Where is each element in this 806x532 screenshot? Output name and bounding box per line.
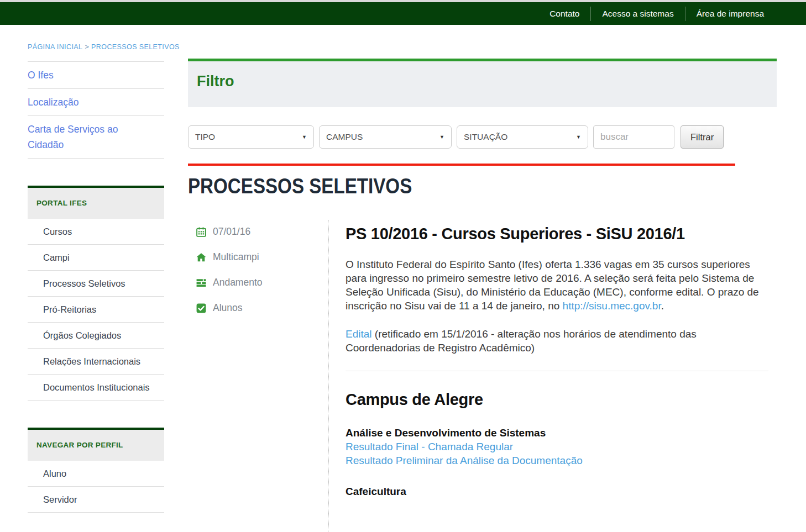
sidebar-item-pro-reitorias[interactable]: Pró-Reitorias [28, 297, 164, 323]
campus-select[interactable]: CAMPUS ▼ [319, 125, 452, 149]
sidebar-item-aluno[interactable]: Aluno [28, 461, 164, 487]
course-group: Análise e Desenvolvimento de Sistemas Re… [346, 426, 759, 467]
topbar-link-acesso-a-sistemas[interactable]: Acesso a sistemas [590, 7, 684, 21]
result-link-chamada-regular[interactable]: Resultado Final - Chamada Regular [346, 440, 759, 454]
article-body: PS 10/2016 - Cursos Superiores - SiSU 20… [328, 220, 777, 532]
red-divider-line [188, 164, 735, 166]
sidebar-item-processos-seletivos[interactable]: Processos Seletivos [28, 271, 164, 297]
sidebar-item-carta-de-servicos[interactable]: Carta de Serviços ao Cidadão [28, 116, 164, 159]
filter-panel: Filtro [188, 59, 777, 107]
topbar-link-contato[interactable]: Contato [538, 7, 590, 21]
sidebar-item-relacoes-internacionais[interactable]: Relações Internacionais [28, 349, 164, 375]
course-name: Cafeicultura [346, 484, 759, 498]
article-title: PS 10/2016 - Cursos Superiores - SiSU 20… [346, 225, 777, 243]
article-paragraph: O Instituto Federal do Espírito Santo (I… [346, 257, 759, 313]
edital-link[interactable]: Edital [346, 328, 372, 340]
sidebar-section-navegar-por-perfil: NAVEGAR POR PERFIL Aluno Servidor [28, 428, 164, 513]
chevron-down-icon: ▼ [439, 134, 444, 140]
course-name: Análise e Desenvolvimento de Sistemas [346, 426, 759, 440]
calendar-icon [196, 227, 206, 237]
main-content: Filtro TIPO ▼ CAMPUS ▼ SITUAÇÃO ▼ Filtra… [188, 59, 777, 532]
sidebar-top-links: O Ifes Localização Carta de Serviços ao … [28, 61, 164, 159]
sidebar-item-orgaos-colegiados[interactable]: Órgãos Colegiados [28, 323, 164, 349]
tipo-select[interactable]: TIPO ▼ [188, 125, 314, 149]
meta-campus: Multicampi [188, 251, 328, 263]
topbar: Contato Acesso a sistemas Área de impren… [0, 2, 806, 25]
chevron-down-icon: ▼ [302, 134, 307, 140]
sidebar-section-title: NAVEGAR POR PERFIL [28, 428, 164, 461]
section-divider [346, 371, 768, 371]
home-icon [196, 252, 206, 262]
sidebar-item-documentos-institucionais[interactable]: Documentos Institucionais [28, 375, 164, 401]
edital-paragraph: Edital (retificado em 15/1/2016 - altera… [346, 327, 759, 355]
article-meta: 07/01/16 Multicampi [188, 220, 328, 532]
page-container: PÁGINA INICIAL>PROCESSOS SELETIVOS O Ife… [0, 43, 806, 532]
breadcrumb-separator: > [85, 43, 89, 51]
page-title: PROCESSOS SELETIVOS [188, 174, 688, 198]
tasks-icon [196, 278, 206, 288]
search-input[interactable] [593, 125, 674, 149]
sidebar-item-localizacao[interactable]: Localização [28, 89, 164, 116]
sidebar-item-cursos[interactable]: Cursos [28, 219, 164, 245]
course-group: Cafeicultura [346, 484, 759, 498]
breadcrumb-home-link[interactable]: PÁGINA INICIAL [28, 43, 82, 51]
sidebar: O Ifes Localização Carta de Serviços ao … [28, 59, 164, 532]
topbar-link-area-de-imprensa[interactable]: Área de imprensa [685, 7, 775, 21]
check-square-icon [196, 303, 206, 313]
sidebar-item-campi[interactable]: Campi [28, 245, 164, 271]
sidebar-item-servidor[interactable]: Servidor [28, 487, 164, 513]
situacao-select[interactable]: SITUAÇÃO ▼ [457, 125, 588, 149]
filtrar-button[interactable]: Filtrar [681, 125, 724, 149]
filter-controls: TIPO ▼ CAMPUS ▼ SITUAÇÃO ▼ Filtrar [188, 125, 777, 149]
breadcrumb-current-link[interactable]: PROCESSOS SELETIVOS [91, 43, 180, 51]
breadcrumb: PÁGINA INICIAL>PROCESSOS SELETIVOS [28, 43, 777, 51]
campus-heading: Campus de Alegre [346, 391, 777, 409]
meta-date: 07/01/16 [188, 226, 328, 238]
sisu-link[interactable]: http://sisu.mec.gov.br [563, 300, 661, 312]
meta-audience: Alunos [188, 302, 328, 314]
filter-title: Filtro [197, 73, 768, 90]
meta-status: Andamento [188, 277, 328, 288]
chevron-down-icon: ▼ [576, 134, 581, 140]
sidebar-section-title: PORTAL IFES [28, 186, 164, 219]
sidebar-section-portal-ifes: PORTAL IFES Cursos Campi Processos Selet… [28, 186, 164, 401]
sidebar-item-o-ifes[interactable]: O Ifes [28, 62, 164, 89]
result-link-analise-documentacao[interactable]: Resultado Preliminar da Análise da Docum… [346, 454, 759, 467]
